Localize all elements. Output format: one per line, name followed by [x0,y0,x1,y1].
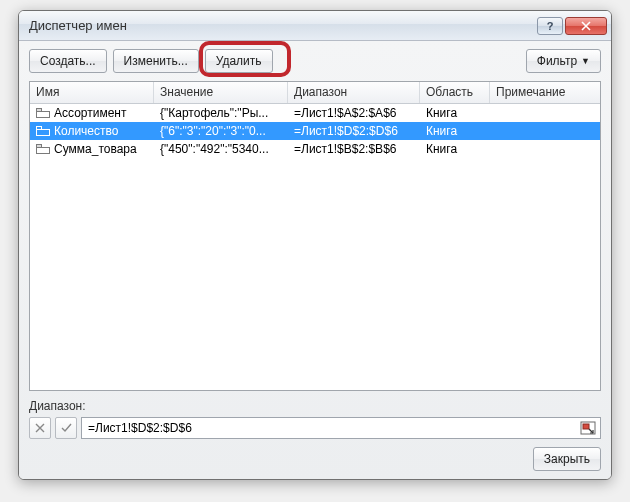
titlebar[interactable]: Диспетчер имен ? [19,11,611,41]
svg-rect-7 [583,424,589,429]
name-manager-dialog: Диспетчер имен ? Создать... Изменить... … [18,10,612,480]
row-comment [490,130,600,132]
row-name: Ассортимент [54,106,126,120]
row-scope: Книга [420,123,490,139]
confirm-edit-button[interactable] [55,417,77,439]
row-name: Сумма_товара [54,142,137,156]
range-input-container [81,417,601,439]
filter-button[interactable]: Фильтр ▼ [526,49,601,73]
range-label: Диапазон: [29,399,601,413]
svg-rect-1 [37,112,50,118]
col-scope[interactable]: Область [420,82,490,103]
table-row[interactable]: Сумма_товара{"450":"492":"5340...=Лист1!… [30,140,600,158]
row-comment [490,112,600,114]
row-range: =Лист1!$B$2:$B$6 [288,141,420,157]
row-name: Количество [54,124,118,138]
close-window-button[interactable] [565,17,607,35]
row-value: {"Картофель":"Ры... [154,105,288,121]
table-row[interactable]: Ассортимент{"Картофель":"Ры...=Лист1!$A$… [30,104,600,122]
table-header: Имя Значение Диапазон Область Примечание [30,82,600,104]
help-button[interactable]: ? [537,17,563,35]
row-value: {"450":"492":"5340... [154,141,288,157]
col-value[interactable]: Значение [154,82,288,103]
row-range: =Лист1!$D$2:$D$6 [288,123,420,139]
row-value: {"6":"3":"20":"3":"0... [154,123,288,139]
chevron-down-icon: ▼ [581,56,590,66]
name-icon [36,126,50,136]
name-icon [36,108,50,118]
names-table: Имя Значение Диапазон Область Примечание… [29,81,601,391]
x-icon [35,423,45,433]
table-body: Ассортимент{"Картофель":"Ры...=Лист1!$A$… [30,104,600,390]
edit-button[interactable]: Изменить... [113,49,199,73]
window-title: Диспетчер имен [29,18,537,33]
toolbar: Создать... Изменить... Удалить Фильтр ▼ [29,49,601,73]
create-button[interactable]: Создать... [29,49,107,73]
table-row[interactable]: Количество{"6":"3":"20":"3":"0...=Лист1!… [30,122,600,140]
row-comment [490,148,600,150]
collapse-dialog-icon[interactable] [580,421,596,435]
col-range[interactable]: Диапазон [288,82,420,103]
col-name[interactable]: Имя [30,82,154,103]
cancel-edit-button[interactable] [29,417,51,439]
close-button[interactable]: Закрыть [533,447,601,471]
svg-rect-3 [37,130,50,136]
check-icon [61,423,72,433]
row-range: =Лист1!$A$2:$A$6 [288,105,420,121]
delete-button[interactable]: Удалить [205,49,273,73]
filter-label: Фильтр [537,54,577,68]
range-input[interactable] [86,419,580,437]
name-icon [36,144,50,154]
col-comment[interactable]: Примечание [490,82,600,103]
close-icon [581,21,591,31]
row-scope: Книга [420,141,490,157]
row-scope: Книга [420,105,490,121]
svg-rect-5 [37,148,50,154]
